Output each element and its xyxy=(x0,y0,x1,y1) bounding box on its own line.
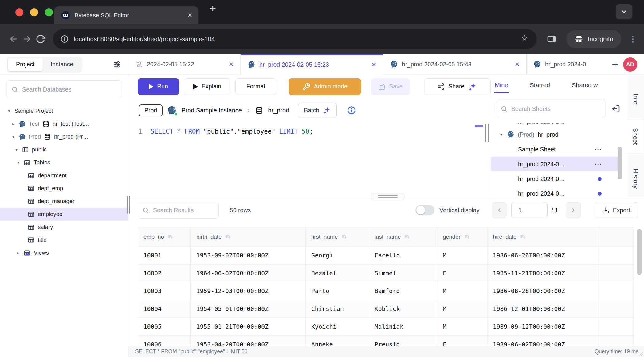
tree-item-table-title[interactable]: title xyxy=(0,233,128,246)
tree-item-table-dept-manager[interactable]: dept_manager xyxy=(0,195,128,208)
sheets-search[interactable] xyxy=(496,100,606,117)
share-button[interactable]: Share xyxy=(424,78,491,95)
table-cell[interactable]: 1989-09-12T00:00:00Z xyxy=(487,318,598,336)
url-bar[interactable]: localhost:8080/sql-editor/sheet/project-… xyxy=(53,29,537,49)
table-cell[interactable]: M xyxy=(437,318,487,336)
tree-item-table-employee[interactable]: employee xyxy=(0,208,128,221)
table-cell[interactable]: 1986-08-28T00:00:00Z xyxy=(487,282,598,300)
export-button[interactable]: Export xyxy=(595,202,638,218)
sheet-item-unsaved[interactable]: hr_prod 2024-0… xyxy=(491,186,627,197)
resize-grip-icon[interactable] xyxy=(636,349,644,357)
table-cell[interactable]: Parto xyxy=(306,282,369,300)
sheets-group-hr-prod[interactable]: ▾ (Prod) hr_prod xyxy=(491,127,627,142)
database-search[interactable] xyxy=(6,80,122,98)
sort-icon[interactable] xyxy=(167,234,174,240)
column-header[interactable]: gender xyxy=(437,227,487,247)
sort-icon[interactable] xyxy=(225,234,231,240)
chevron-right-icon[interactable]: ▸ xyxy=(16,250,21,255)
sort-icon[interactable] xyxy=(464,234,470,240)
table-cell[interactable]: 1953-09-02T00:00:00Z xyxy=(191,247,306,265)
database-search-input[interactable] xyxy=(22,86,117,93)
new-tab-button[interactable]: + xyxy=(210,3,216,14)
chevron-down-icon[interactable]: ▾ xyxy=(14,147,19,152)
table-cell[interactable]: 1953-04-20T00:00:00Z xyxy=(191,336,306,346)
more-menu-icon[interactable]: ⋯ xyxy=(594,160,602,168)
table-cell[interactable]: 10003 xyxy=(138,282,191,300)
page-number-input[interactable] xyxy=(511,202,548,218)
table-cell[interactable]: 1954-05-01T00:00:00Z xyxy=(191,300,306,318)
column-header[interactable]: hire_date xyxy=(487,227,598,247)
table-cell[interactable]: F xyxy=(437,336,487,346)
scrollbar-thumb[interactable] xyxy=(637,229,642,275)
browser-tab-close-icon[interactable]: ✕ xyxy=(187,12,192,19)
batch-button[interactable]: Batch xyxy=(298,103,337,118)
next-page-button[interactable] xyxy=(566,202,581,218)
sheet-tab-4[interactable]: hr_prod 2024-0 xyxy=(527,54,607,75)
column-header[interactable]: emp_no xyxy=(138,227,191,247)
table-cell[interactable]: 1989-06-02T00:00:00Z xyxy=(487,336,598,346)
url-text[interactable]: localhost:8080/sql-editor/sheet/project-… xyxy=(74,35,516,43)
sidebar-resize-handle[interactable] xyxy=(127,196,130,214)
rail-tab-history[interactable]: History xyxy=(627,161,644,197)
run-button[interactable]: Run xyxy=(138,78,179,95)
prev-page-button[interactable] xyxy=(492,202,507,218)
tree-item-project[interactable]: ▾ Sample Project xyxy=(0,104,128,117)
info-icon[interactable] xyxy=(347,106,356,115)
user-avatar[interactable]: AD xyxy=(623,57,637,72)
side-panel-icon[interactable] xyxy=(547,34,556,44)
window-zoom-button[interactable] xyxy=(45,8,53,16)
window-minimize-button[interactable] xyxy=(30,8,38,16)
panel-resize-handle[interactable] xyxy=(485,124,489,142)
rail-tab-sheet[interactable]: Sheet xyxy=(627,120,644,154)
close-icon[interactable]: ✕ xyxy=(229,61,234,68)
sheet-item-selected[interactable]: hr_prod 2024-0… ⋯ xyxy=(491,157,621,171)
sheet-tab-2-active[interactable]: hr_prod 2024-02-05 15:23 ✕ xyxy=(241,54,383,75)
table-cell[interactable]: 1986-06-26T00:00:00Z xyxy=(487,247,598,265)
format-button[interactable]: Format xyxy=(235,78,276,95)
table-cell[interactable]: M xyxy=(437,282,487,300)
column-header[interactable]: last_name xyxy=(369,227,437,247)
table-cell[interactable]: F xyxy=(437,265,487,282)
database-name[interactable]: hr_prod xyxy=(268,107,289,114)
scrollbar-thumb[interactable] xyxy=(618,147,622,179)
table-cell[interactable]: Chirstian xyxy=(306,300,369,318)
results-search-input[interactable] xyxy=(153,207,214,214)
tab-starred[interactable]: Starred xyxy=(530,82,550,89)
table-cell[interactable]: M xyxy=(437,300,487,318)
table-cell[interactable]: 1959-12-03T00:00:00Z xyxy=(191,282,306,300)
table-cell[interactable]: Bezalel xyxy=(306,265,369,282)
sheet-item-sample-sheet[interactable]: Sample Sheet ⋯ xyxy=(491,142,627,157)
close-icon[interactable]: ✕ xyxy=(371,61,376,68)
editor-minimap[interactable] xyxy=(473,122,485,197)
chevron-right-icon[interactable]: ▸ xyxy=(11,121,16,126)
table-cell[interactable]: Simmel xyxy=(369,265,437,282)
table-cell[interactable]: Preusig xyxy=(369,336,437,346)
sheet-item-unsaved[interactable]: hr_prod 2024-0… xyxy=(491,171,627,186)
table-cell[interactable]: Georgi xyxy=(306,247,369,265)
add-sheet-button[interactable]: + xyxy=(612,59,618,70)
table-cell[interactable]: Maliniak xyxy=(369,318,437,336)
column-header[interactable]: first_name xyxy=(306,227,369,247)
tab-instance[interactable]: Instance xyxy=(43,58,81,71)
sheet-tab-1[interactable]: 2024-02-05 15:22 ✕ xyxy=(128,54,241,75)
filter-settings-icon[interactable] xyxy=(113,60,121,69)
sort-icon[interactable] xyxy=(404,234,410,240)
sort-icon[interactable] xyxy=(520,234,526,240)
rail-tab-info[interactable]: Info xyxy=(627,87,644,111)
reload-icon[interactable] xyxy=(36,34,45,44)
tree-item-table-salary[interactable]: salary xyxy=(0,221,128,233)
back-icon[interactable] xyxy=(9,34,18,44)
sort-icon[interactable] xyxy=(341,234,347,240)
chevron-down-icon[interactable]: ▾ xyxy=(7,108,11,113)
tab-shared[interactable]: Shared w xyxy=(572,82,598,89)
site-info-icon[interactable] xyxy=(60,35,69,43)
table-cell[interactable]: 10006 xyxy=(138,336,191,346)
forward-icon[interactable] xyxy=(22,34,32,44)
chevron-down-icon[interactable]: ▾ xyxy=(499,132,504,137)
table-cell[interactable]: Bamford xyxy=(369,282,437,300)
tree-item-table-dept-emp[interactable]: dept_emp xyxy=(0,182,128,195)
tree-item-table-department[interactable]: department xyxy=(0,169,128,182)
table-cell[interactable]: 10002 xyxy=(138,265,191,282)
instance-name[interactable]: Prod Sample Instance xyxy=(181,107,242,114)
table-cell[interactable]: 1985-11-21T00:00:00Z xyxy=(487,265,598,282)
